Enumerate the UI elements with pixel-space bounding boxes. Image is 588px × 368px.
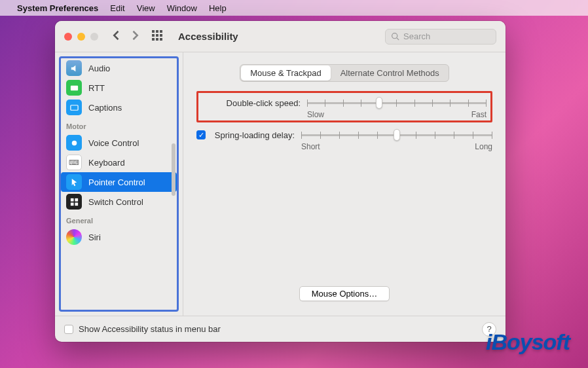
minimize-button[interactable] <box>77 33 85 41</box>
sidebar-item-label: Audio <box>88 64 110 73</box>
double-click-label: Double-click speed: <box>202 97 301 108</box>
svg-point-0 <box>392 33 397 39</box>
zoom-button[interactable] <box>90 33 98 41</box>
spring-loading-slider[interactable] <box>301 129 492 141</box>
svg-rect-6 <box>75 198 78 201</box>
search-placeholder: Search <box>403 31 430 41</box>
titlebar: Accessibility Search <box>55 21 505 52</box>
sidebar-item-label: Pointer Control <box>88 177 145 187</box>
slider-knob[interactable] <box>376 97 382 109</box>
sidebar-item-label: Keyboard <box>88 158 125 168</box>
menu-view[interactable]: View <box>137 3 155 13</box>
sidebar-item-siri[interactable]: Siri <box>61 227 177 247</box>
sidebar-item-pointer-control[interactable]: Pointer Control <box>61 172 177 192</box>
sidebar-item-audio[interactable]: Audio <box>61 58 177 78</box>
watermark: iBoysoft <box>486 329 570 355</box>
menu-help[interactable]: Help <box>209 3 227 13</box>
show-status-label: Show Accessibility status in menu bar <box>79 324 221 334</box>
sidebar-header-general: General <box>61 212 177 227</box>
traffic-lights <box>64 33 98 41</box>
sidebar-item-rtt[interactable]: RTT <box>61 78 177 98</box>
svg-rect-8 <box>75 202 78 206</box>
content-pane: Mouse & Trackpad Alternate Control Metho… <box>183 52 505 316</box>
menubar: System Preferences Edit View Window Help <box>0 0 588 16</box>
sidebar-list[interactable]: Audio RTT Captions Motor Voice Control ⌨ <box>59 56 179 312</box>
show-all-icon[interactable] <box>152 30 165 43</box>
spring-loading-label: ✓ Spring-loading delay: <box>196 129 295 140</box>
tab-mouse-trackpad[interactable]: Mouse & Trackpad <box>241 65 330 81</box>
svg-rect-2 <box>70 85 77 90</box>
tab-alternate-control[interactable]: Alternate Control Methods <box>331 65 449 81</box>
sidebar-item-keyboard[interactable]: ⌨ Keyboard <box>61 153 177 172</box>
pointer-icon <box>66 174 82 190</box>
slider-max-label: Long <box>475 142 492 151</box>
annotation-highlight: Double-click speed: Slow Fast <box>196 91 492 122</box>
footer: Show Accessibility status in menu bar ? <box>55 316 505 342</box>
voice-control-icon <box>66 135 82 151</box>
sidebar-item-label: Captions <box>88 103 122 113</box>
preferences-window: Accessibility Search Audio RTT Captions <box>55 21 505 342</box>
sidebar-item-voice-control[interactable]: Voice Control <box>61 133 177 153</box>
window-title: Accessibility <box>178 31 238 42</box>
svg-line-1 <box>397 38 399 40</box>
switch-control-icon <box>66 194 82 210</box>
app-menu[interactable]: System Preferences <box>17 3 98 13</box>
slider-max-label: Fast <box>471 110 487 119</box>
rtt-icon <box>66 80 82 96</box>
spring-loading-checkbox[interactable]: ✓ <box>196 130 206 139</box>
sidebar-item-label: Siri <box>88 232 101 242</box>
sidebar-item-label: RTT <box>88 83 105 93</box>
close-button[interactable] <box>64 33 72 41</box>
search-input[interactable]: Search <box>385 29 496 45</box>
slider-min-label: Slow <box>307 110 324 119</box>
slider-min-label: Short <box>301 142 320 151</box>
menu-window[interactable]: Window <box>167 3 197 13</box>
scrollbar-thumb[interactable] <box>172 143 175 196</box>
show-status-checkbox[interactable] <box>64 325 73 334</box>
sidebar-item-switch-control[interactable]: Switch Control <box>61 192 177 212</box>
forward-button[interactable] <box>128 29 141 45</box>
sidebar-item-label: Switch Control <box>88 197 143 207</box>
siri-icon <box>66 229 82 245</box>
captions-icon <box>66 100 82 115</box>
sidebar-item-label: Voice Control <box>88 138 139 148</box>
tab-bar: Mouse & Trackpad Alternate Control Metho… <box>240 64 449 82</box>
slider-knob[interactable] <box>394 129 400 141</box>
sidebar: Audio RTT Captions Motor Voice Control ⌨ <box>55 52 183 316</box>
double-click-slider[interactable] <box>307 97 487 109</box>
audio-icon <box>66 60 82 76</box>
sidebar-item-captions[interactable]: Captions <box>61 98 177 117</box>
keyboard-icon: ⌨ <box>66 155 82 170</box>
menu-edit[interactable]: Edit <box>110 3 124 13</box>
svg-rect-5 <box>70 198 73 201</box>
svg-rect-3 <box>70 105 77 110</box>
search-icon <box>391 32 399 41</box>
back-button[interactable] <box>110 29 123 45</box>
mouse-options-button[interactable]: Mouse Options… <box>299 286 390 301</box>
sidebar-header-motor: Motor <box>61 117 177 133</box>
svg-point-4 <box>71 140 77 145</box>
svg-rect-7 <box>70 202 73 206</box>
